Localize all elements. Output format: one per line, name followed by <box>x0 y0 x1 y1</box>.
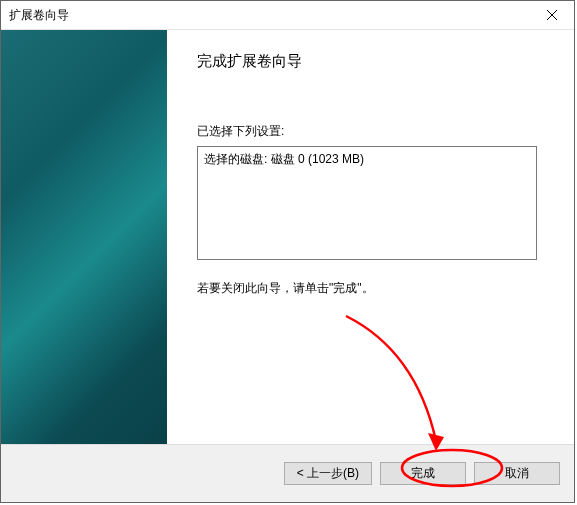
cancel-button[interactable]: 取消 <box>474 462 560 485</box>
window-title: 扩展卷向导 <box>1 7 69 24</box>
wizard-content: 完成扩展卷向导 已选择下列设置: 选择的磁盘: 磁盘 0 (1023 MB) 若… <box>167 30 574 444</box>
titlebar: 扩展卷向导 <box>1 1 574 30</box>
settings-label: 已选择下列设置: <box>197 123 544 140</box>
close-button[interactable] <box>530 1 574 29</box>
close-icon <box>547 10 557 20</box>
dialog-footer: < 上一步(B) 完成 取消 <box>1 444 574 502</box>
dialog-body: 完成扩展卷向导 已选择下列设置: 选择的磁盘: 磁盘 0 (1023 MB) 若… <box>1 30 574 444</box>
close-instruction: 若要关闭此向导，请单击"完成"。 <box>197 280 544 297</box>
wizard-sidebar-image <box>1 30 167 444</box>
settings-listbox[interactable]: 选择的磁盘: 磁盘 0 (1023 MB) <box>197 146 537 260</box>
finish-button[interactable]: 完成 <box>380 462 466 485</box>
settings-item: 选择的磁盘: 磁盘 0 (1023 MB) <box>204 151 530 168</box>
page-heading: 完成扩展卷向导 <box>197 52 544 71</box>
wizard-dialog: 扩展卷向导 完成扩展卷向导 已选择下列设置: 选择的磁盘: 磁盘 0 (1023… <box>0 0 575 503</box>
back-button[interactable]: < 上一步(B) <box>284 462 372 485</box>
